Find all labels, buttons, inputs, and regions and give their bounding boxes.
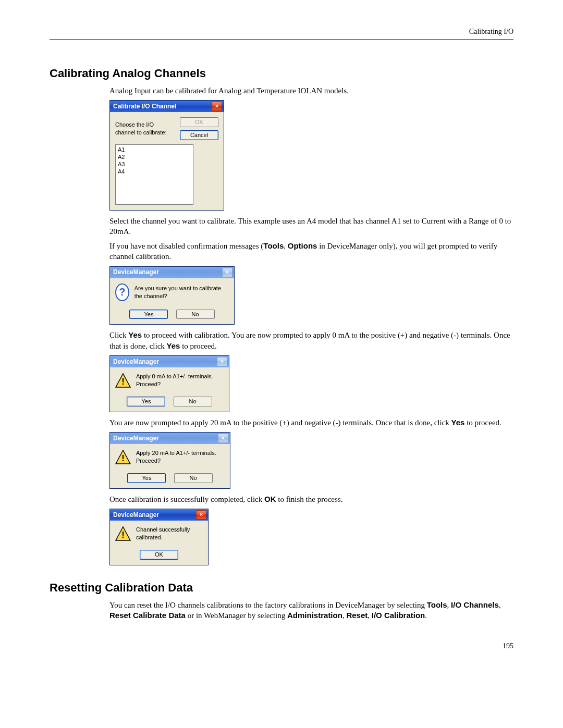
dialog-title: DeviceManager [113,511,159,519]
dialog-confirm-calibrate: DeviceManager × ? Are you sure you want … [109,266,235,325]
question-icon: ? [115,283,129,301]
dialog-title: Calibrate I/O Channel [113,102,176,110]
no-button[interactable]: No [174,397,212,406]
dialog-title: DeviceManager [113,357,159,366]
completed-text: Once calibration is successfully complet… [109,494,513,504]
close-icon[interactable]: × [217,357,227,366]
svg-text:!: ! [121,377,125,387]
list-item[interactable]: A1 [118,146,191,153]
warning-icon: ! [115,526,131,541]
ok-button[interactable]: OK [180,117,218,127]
warning-icon: ! [115,373,131,388]
dialog-calibrate-io-channel: Calibrate I/O Channel × Choose the I/O c… [109,100,224,211]
svg-text:!: ! [121,530,125,540]
no-button[interactable]: No [176,310,215,319]
close-icon[interactable]: × [222,268,232,277]
dialog-apply-0ma: DeviceManager × ! Apply 0 mA to A1+/- te… [109,355,229,412]
yes-button[interactable]: Yes [127,397,165,406]
dialog-message: Channel successfully calibrated. [136,526,200,541]
svg-text:!: ! [121,453,125,463]
dialog-success: DeviceManager × ! Channel successfully c… [109,509,209,565]
close-icon[interactable]: × [196,510,206,520]
yes-button[interactable]: Yes [127,473,166,483]
heading-resetting-calibration: Resetting Calibration Data [50,580,513,596]
dialog-title: DeviceManager [113,434,159,442]
dialog-title: DeviceManager [113,268,159,276]
list-item[interactable]: A4 [118,168,191,175]
click-yes-text: Click Yes to proceed with calibration. Y… [109,330,513,351]
yes-button[interactable]: Yes [129,310,168,319]
select-channel-text: Select the channel you want to calibrate… [109,216,513,237]
dialog-apply-20ma: DeviceManager × ! Apply 20 mA to A1+/- t… [109,432,230,489]
dialog-prompt: Choose the I/O channel to calibrate: [115,121,170,137]
channel-listbox[interactable]: A1 A2 A3 A4 [115,144,193,205]
warning-icon: ! [115,449,131,465]
heading-calibrating-analog: Calibrating Analog Channels [50,66,513,81]
reset-text: You can reset the I/O channels calibrati… [109,600,513,621]
ok-button[interactable]: OK [140,550,178,560]
confirmation-text: If you have not disabled confirmation me… [109,241,513,262]
close-icon[interactable]: × [218,434,228,443]
apply-20ma-text: You are now prompted to apply 20 mA to t… [109,417,513,428]
dialog-message: Apply 20 mA to A1+/- terminals. Proceed? [136,449,222,465]
list-item[interactable]: A3 [118,161,191,168]
list-item[interactable]: A2 [118,153,191,161]
dialog-message: Apply 0 mA to A1+/- terminals. Proceed? [136,373,221,388]
cancel-button[interactable]: Cancel [180,130,218,140]
running-head: Calibrating I/O [50,27,513,40]
dialog-message: Are you sure you want to calibrate the c… [134,285,226,300]
close-icon[interactable]: × [212,102,222,111]
no-button[interactable]: No [174,473,213,483]
page-number: 195 [50,641,513,651]
intro-text: Analog Input can be calibrated for Analo… [109,85,513,96]
